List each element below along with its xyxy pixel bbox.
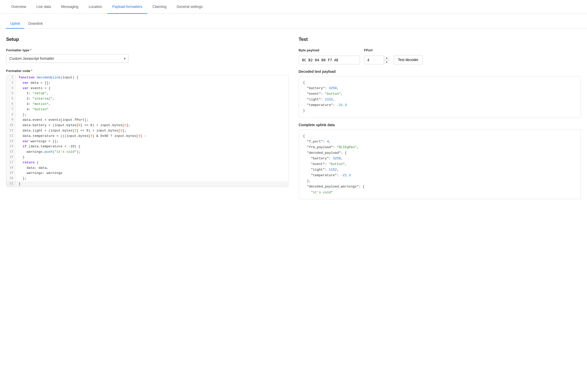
test-input-row: Byte payload FPort ▲ ▼ Test decoder	[299, 48, 581, 64]
decoded-payload-title: Decoded test payload	[299, 69, 581, 74]
byte-payload-label: Byte payload	[299, 48, 360, 52]
byte-payload-field: Byte payload	[299, 48, 360, 64]
test-panel: Test Byte payload FPort ▲ ▼ Test decoder	[299, 37, 581, 204]
fport-field: FPort ▲ ▼	[364, 48, 390, 64]
code-line-20: 20 };	[6, 176, 288, 181]
sub-tabs: Uplink Downlink	[0, 14, 587, 29]
tab-general-settings[interactable]: General settings	[172, 0, 208, 14]
code-line-7: 7 4: "button"	[6, 107, 288, 112]
code-line-10: 10 data.battery = (input.bytes[0] << 8) …	[6, 123, 288, 128]
code-line-9: 9 data.event = events[input.fPort];	[6, 117, 288, 123]
fport-increment-button[interactable]: ▲	[384, 56, 390, 60]
code-line-4: 4 1: "setup",	[6, 91, 288, 96]
formatter-type-select-wrapper: Custom Javascript formatter ▾	[6, 54, 129, 63]
tab-claiming[interactable]: Claiming	[147, 0, 171, 14]
main-nav: Overview Live data Messaging Location Pa…	[0, 0, 587, 14]
code-editor[interactable]: 1 function decodeUplink(input) { 2 var d…	[6, 75, 289, 187]
test-title: Test	[299, 37, 581, 42]
code-line-16: 16 }	[6, 155, 288, 160]
fport-wrapper: ▲ ▼	[364, 56, 390, 64]
setup-title: Setup	[6, 37, 289, 42]
tab-downlink[interactable]: Downlink	[24, 19, 47, 29]
formatter-type-select[interactable]: Custom Javascript formatter	[6, 54, 129, 63]
tab-uplink[interactable]: Uplink	[6, 19, 24, 29]
tab-payload-formatters[interactable]: Payload formatters	[107, 0, 148, 14]
formatter-type-field: Formatter type* Custom Javascript format…	[6, 48, 289, 63]
code-line-17: 17 return {	[6, 160, 288, 165]
formatter-code-label: Formatter code*	[6, 69, 289, 73]
code-line-3: 3 var events = {	[6, 86, 288, 91]
byte-payload-input[interactable]	[299, 56, 360, 64]
complete-uplink-box: { "f_port": 4, "frm_payload": "DLIEgPeu"…	[299, 129, 581, 199]
formatter-type-label: Formatter type*	[6, 48, 289, 52]
code-line-11: 11 data.light = (input.bytes[2] << 8) + …	[6, 128, 288, 134]
code-line-15: 15 warnings.push("it's cold");	[6, 149, 288, 155]
code-line-18: 18 data: data,	[6, 165, 288, 171]
code-line-13: 13 var warnings = [];	[6, 139, 288, 144]
formatter-code-field: Formatter code* 1 function decodeUplink(…	[6, 69, 289, 187]
code-line-19: 19 warnings: warnings	[6, 171, 288, 176]
tab-overview[interactable]: Overview	[6, 0, 31, 14]
decoded-payload-section: Decoded test payload { "battery": 3250, …	[299, 69, 581, 118]
complete-uplink-section: Complete uplink data { "f_port": 4, "frm…	[299, 123, 581, 199]
tab-messaging[interactable]: Messaging	[56, 0, 83, 14]
code-line-1: 1 function decodeUplink(input) {	[6, 75, 288, 80]
main-content: Setup Formatter type* Custom Javascript …	[0, 29, 587, 212]
tab-live-data[interactable]: Live data	[31, 0, 56, 14]
code-line-14: 14 if (data.temperature < -10) {	[6, 144, 288, 149]
code-line-8: 8 };	[6, 112, 288, 118]
fport-spinners: ▲ ▼	[384, 56, 390, 64]
code-line-2: 2 var data = {};	[6, 80, 288, 86]
code-line-12: 12 data.temperature = (((input.bytes[4] …	[6, 134, 288, 139]
fport-label: FPort	[364, 48, 390, 52]
fport-decrement-button[interactable]: ▼	[384, 60, 390, 65]
code-line-5: 5 2: "interval",	[6, 96, 288, 102]
tab-location[interactable]: Location	[83, 0, 107, 14]
test-decoder-button[interactable]: Test decoder	[394, 55, 423, 64]
setup-panel: Setup Formatter type* Custom Javascript …	[6, 37, 289, 204]
code-line-6: 6 3: "motion",	[6, 102, 288, 107]
code-line-21: 21 }	[6, 181, 288, 187]
decoded-payload-box: { "battery": 3250, "event": "button", "l…	[299, 76, 581, 118]
complete-uplink-title: Complete uplink data	[299, 123, 581, 127]
